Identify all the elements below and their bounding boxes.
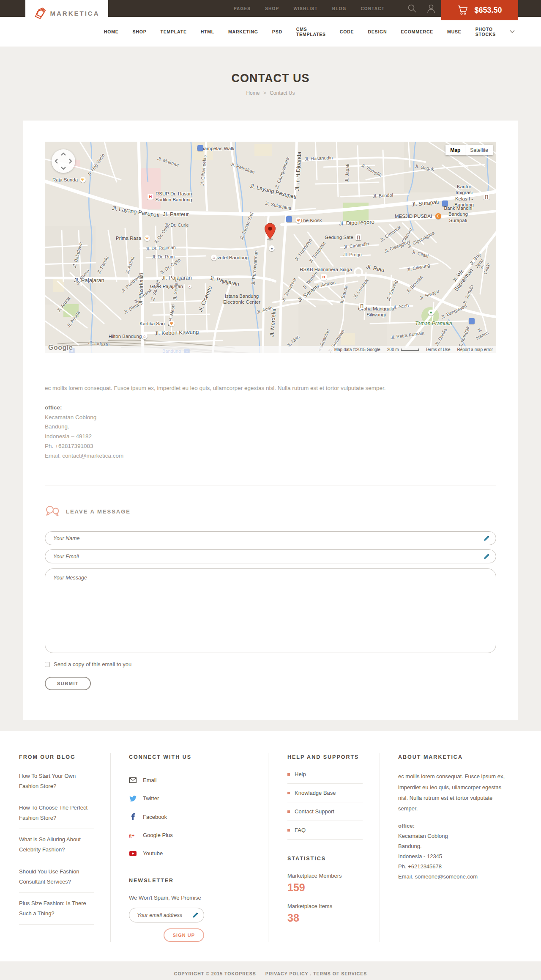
social-link[interactable]: g+ Google Plus [129,826,204,844]
page-head: CONTACT US Home > Contact Us [0,47,541,121]
category-nav-item[interactable]: CMS TEMPLATES [296,27,326,37]
copyright-bar: COPYRIGHT © 2015 TOKOPRESS PRIVACY POLIC… [0,961,541,980]
help-link[interactable]: FAQ [287,821,363,840]
help-column-title: HELP AND SUPPORTS [287,754,363,760]
email-input[interactable] [45,549,496,563]
category-nav-item[interactable]: PHOTO STOCKS [475,27,496,37]
category-nav-item[interactable]: CODE [340,29,354,34]
search-icon[interactable] [407,4,417,13]
intro-text: ec mollis lorem consequat. Fusce ipsum e… [45,384,496,393]
help-link[interactable]: Help [287,771,363,784]
map-scale: 200 m [387,347,419,352]
newsletter-title: NEWSLETTER [129,878,204,884]
leave-message-section: LEAVE A MESSAGE Send a copy of this emai [45,486,496,720]
connect-column-title: CONNECT WITH US [129,754,204,760]
category-nav-item[interactable]: DESIGN [368,29,387,34]
category-nav-item[interactable]: PSD [272,29,282,34]
help-link[interactable]: Contact Support [287,802,363,821]
office-line: Ph. +6212345678 [398,862,507,872]
map-canvas [45,142,496,353]
category-nav-item[interactable]: SHOP [133,29,147,34]
brand-logo[interactable]: MARKETICA [25,0,108,26]
office-line: Indonesia – 49182 [45,432,496,442]
gplus-icon: g+ [129,832,137,838]
terms-of-use-link[interactable]: Terms of Use [426,347,451,352]
send-copy-label: Send a copy of this email to you [54,661,131,667]
newsletter-email-input[interactable] [129,908,204,922]
statistics-title: STATISTICS [287,856,363,862]
chat-bubbles-icon [45,505,60,518]
report-map-error-link[interactable]: Report a map error [457,347,493,352]
social-link[interactable]: Twitter [129,789,204,807]
send-copy-checkbox[interactable] [45,662,50,667]
square-bullet [287,829,290,832]
social-link[interactable]: Youtube [129,844,204,862]
main-nav-item[interactable]: PAGES [234,6,251,11]
office-line: Email. contact@marketica.com [45,451,496,461]
category-nav-item[interactable]: MARKETING [228,29,258,34]
main-nav-item[interactable]: BLOG [332,6,347,11]
office-line: Ph. +62817391083 [45,442,496,451]
signup-button[interactable]: SIGN UP [164,928,204,942]
footer-about-column: ABOUT MARKETICA ec mollis lorem consequa… [380,753,541,942]
satellite-view-button[interactable]: Satellite [465,145,493,155]
help-link[interactable]: Knowladge Base [287,784,363,802]
office-line: Kecamatan Coblong [45,413,496,423]
office-line: Kecamatan Coblong [398,831,507,841]
submit-button[interactable]: SUBMIT [45,677,91,690]
blog-post-link[interactable]: Should You Use Fashion Consultant Servic… [19,861,94,893]
square-bullet [287,810,290,813]
category-nav-item[interactable]: TEMPLATE [161,29,187,34]
breadcrumb-home[interactable]: Home [246,90,260,96]
map-attribution: Map data ©2015 Google 200 m Terms of Use… [45,346,496,353]
map-view-button[interactable]: Map [445,145,465,155]
terms-of-services-link[interactable]: TERMS OF SERVICES [313,971,367,976]
chevron-down-icon[interactable] [510,30,515,33]
message-textarea[interactable] [45,568,496,653]
category-nav-item[interactable]: HTML [201,29,214,34]
header-icons [407,0,435,17]
blog-post-link[interactable]: How To Choose The Perfect Fashion Store? [19,797,94,829]
blog-post-link[interactable]: Plus Size Fashion: Is There Such a Thing… [19,893,94,925]
google-map[interactable]: Cihampelas WalkJl. HasanudinRaja SundaJl… [45,142,496,353]
price-tag-icon [34,6,46,20]
office-line: Bandung. [45,422,496,432]
main-nav: PAGESSHOPWISHLISTBLOGCONTACT [234,0,385,17]
breadcrumb-current: Contact Us [270,90,295,96]
blog-post-link[interactable]: What is So Alluring About Celebrity Fash… [19,829,94,861]
email-icon [129,777,137,783]
main-nav-item[interactable]: SHOP [265,6,279,11]
name-input[interactable] [45,531,496,545]
category-nav-item[interactable]: ECOMMERCE [401,29,433,34]
cart-icon [457,5,468,15]
social-link[interactable]: Facebook [129,807,204,826]
office-line: Email. someone@someone.com [398,872,507,882]
breadcrumb: Home > Contact Us [0,90,541,96]
cart-button[interactable]: $653.50 [441,0,518,20]
office-address: office: Kecamatan CoblongBandung.Indones… [45,403,496,461]
main-nav-item[interactable]: WISHLIST [293,6,317,11]
square-bullet [287,773,290,776]
map-pan-control[interactable] [52,149,75,173]
svg-text:g+: g+ [129,832,134,838]
form-heading: LEAVE A MESSAGE [66,508,131,515]
social-link[interactable]: Email [129,771,204,789]
newsletter-tagline: We Won't Spam, We Promise [129,895,204,901]
main-nav-item[interactable]: CONTACT [361,6,385,11]
scale-bar [401,349,419,351]
statistics-section: STATISTICS Marketplace Members 159 Marke… [287,856,363,924]
content-card: Cihampelas WalkJl. HasanudinRaja SundaJl… [23,121,518,720]
user-account-icon[interactable] [427,4,435,13]
location-marker-pin[interactable] [264,223,276,242]
category-nav-item[interactable]: MUSE [447,29,462,34]
breadcrumb-separator: > [263,90,266,96]
facebook-icon [129,813,137,820]
map-data-credit: Map data ©2015 Google [334,347,380,352]
privacy-policy-link[interactable]: PRIVACY POLICY [265,971,309,976]
blog-post-link[interactable]: How To Start Your Own Fashion Store? [19,771,94,797]
category-nav-item[interactable]: HOME [104,29,119,34]
blog-column-title: FROM OUR BLOG [19,754,94,760]
top-bar: MARKETICA PAGESSHOPWISHLISTBLOGCONTACT $… [0,0,541,17]
about-office-address: office: Kecamatan CoblongBandung.Indones… [398,821,507,882]
about-column-title: ABOUT MARKETICA [398,754,507,760]
